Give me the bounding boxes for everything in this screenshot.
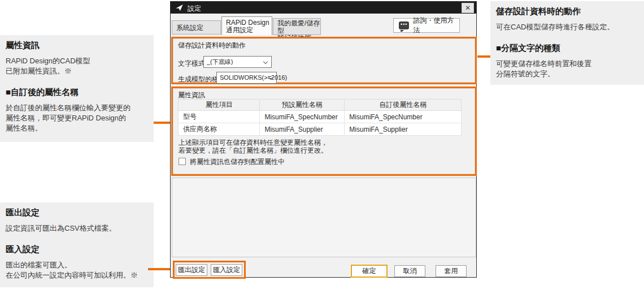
highlight-attribute-section: 屬性資訊 屬性項目 預設屬性名稱 自訂後屬性名稱 型号 MisumiFA_Spe… xyxy=(171,87,477,176)
model-format-select[interactable]: SOLIDWORKS(>=2016) xyxy=(216,72,277,84)
group-save-actions: 儲存設計資料時的動作 文字樣式 _(下底線) 生成模型的格式 SOLIDWORK… xyxy=(173,38,475,83)
page: 屬性資訊 RAPiD Design的CAD模型 已附加屬性資訊。※ ■自訂後的屬… xyxy=(0,0,644,298)
titlebar: 設定 ✕ xyxy=(171,2,476,14)
group-attribute-info: 屬性資訊 屬性項目 預設屬性名稱 自訂後屬性名稱 型号 MisumiFA_Spe… xyxy=(173,88,475,174)
model-format-value: SOLIDWORKS(>=2016) xyxy=(220,74,287,81)
annotation-body: 匯出的檔案可匯入。 在公司內統一設定內容時可加以利用。※ xyxy=(6,260,148,280)
annotation-heading: ■分隔文字的種類 xyxy=(496,43,638,54)
column-header: 屬性項目 xyxy=(179,100,260,111)
column-header: 自訂後屬性名稱 xyxy=(345,100,462,111)
table-header-row: 屬性項目 預設屬性名稱 自訂後屬性名稱 xyxy=(179,100,462,111)
annotation-heading: 儲存設計資料時的動作 xyxy=(496,6,638,17)
ok-button[interactable]: 確定 xyxy=(351,265,388,278)
help-button[interactable]: ••• 諮詢・使用方法 xyxy=(393,18,460,33)
text-style-select[interactable]: _(下底線) xyxy=(203,56,272,68)
cell-attribute-item: 型号 xyxy=(179,111,260,123)
annotation-body: 於自訂後的屬性名稱欄位輸入要變更的 屬性名稱，即可變更RAPiD Design的… xyxy=(6,103,148,133)
cell-custom-name[interactable]: MisumiFA_Supplier xyxy=(345,123,462,136)
column-header: 預設屬性名稱 xyxy=(260,100,345,111)
chevron-down-icon xyxy=(263,59,268,64)
help-button-label: 諮詢・使用方法 xyxy=(413,16,459,35)
group-title: 儲存設計資料時的動作 xyxy=(178,41,246,50)
chat-bubble-icon: ••• xyxy=(399,21,409,29)
annotation-save-action: 儲存設計資料時的動作 可在CAD模型儲存時進行各種設定。 ■分隔文字的種類 可變… xyxy=(490,1,644,85)
text-style-value: _(下底線) xyxy=(207,58,233,65)
tab-system-settings[interactable]: 系統設定 xyxy=(172,20,221,34)
settings-dialog: 設定 ✕ 系統設定 RAPiD Design 通用設定 我的最愛/儲存型 號紀錄… xyxy=(170,1,477,278)
table-row: 型号 MisumiFA_SpecNumber MisumiFA_SpecNumb… xyxy=(179,111,462,123)
apply-button[interactable]: 套用 xyxy=(436,265,467,277)
tab-favorites-history[interactable]: 我的最愛/儲存型 號紀錄功能 xyxy=(273,18,321,35)
annotation-body: RAPiD Design的CAD模型 已附加屬性資訊。※ xyxy=(6,56,148,76)
config-attribute-checkbox-label: 將屬性資訊也儲存到配置屬性中 xyxy=(190,158,285,166)
content-panel xyxy=(172,178,476,257)
app-logo-icon xyxy=(175,3,184,12)
annotation-export-import: 匯出設定 設定資訊可匯出為CSV格式檔案。 匯入設定 匯出的檔案可匯入。 在公司… xyxy=(0,202,154,287)
annotation-body: 可在CAD模型儲存時進行各種設定。 xyxy=(496,22,638,32)
highlight-export-import: 匯出設定 匯入設定 xyxy=(173,261,246,279)
highlight-save-section: 儲存設計資料時的動作 文字樣式 _(下底線) 生成模型的格式 SOLIDWORK… xyxy=(171,37,477,84)
close-icon[interactable]: ✕ xyxy=(462,3,474,13)
table-row: 供应商名称 MisumiFA_Supplier MisumiFA_Supplie… xyxy=(179,123,462,136)
annotation-heading: 屬性資訊 xyxy=(6,40,148,51)
table-note-line2: 若要變更，請在「自訂屬性名稱」欄位進行更改。 xyxy=(179,147,328,154)
annotation-heading: ■自訂後的屬性名稱 xyxy=(6,87,148,98)
cell-attribute-item: 供应商名称 xyxy=(179,123,260,136)
annotation-body: 設定資訊可匯出為CSV格式檔案。 xyxy=(6,223,148,234)
config-attribute-checkbox[interactable] xyxy=(179,158,186,165)
tab-rapid-design-settings[interactable]: RAPiD Design 通用設定 xyxy=(221,16,272,35)
cancel-button[interactable]: 取消 xyxy=(394,265,425,277)
table-note-line1: 上述顯示項目可在儲存資料時任意變更屬性名稱， xyxy=(179,139,328,146)
connector-line xyxy=(477,55,490,58)
import-settings-button[interactable]: 匯入設定 xyxy=(211,264,242,276)
cell-default-name: MisumiFA_Supplier xyxy=(260,123,345,136)
annotation-attribute-info: 屬性資訊 RAPiD Design的CAD模型 已附加屬性資訊。※ ■自訂後的屬… xyxy=(0,35,154,142)
window-title: 設定 xyxy=(188,4,201,14)
connector-line xyxy=(154,122,171,124)
annotation-heading: 匯入設定 xyxy=(6,244,148,255)
text-style-label: 文字樣式 xyxy=(178,59,205,68)
cell-custom-name[interactable]: MisumiFA_SpecNumber xyxy=(345,111,462,123)
export-settings-button[interactable]: 匯出設定 xyxy=(176,264,207,276)
attribute-table: 屬性項目 預設屬性名稱 自訂後屬性名稱 型号 MisumiFA_SpecNumb… xyxy=(178,99,462,136)
annotation-body: 可變更儲存檔名時前置和後置 分隔符號的文字。 xyxy=(496,59,638,79)
annotation-heading: 匯出設定 xyxy=(6,208,148,218)
cell-default-name: MisumiFA_SpecNumber xyxy=(260,111,345,123)
